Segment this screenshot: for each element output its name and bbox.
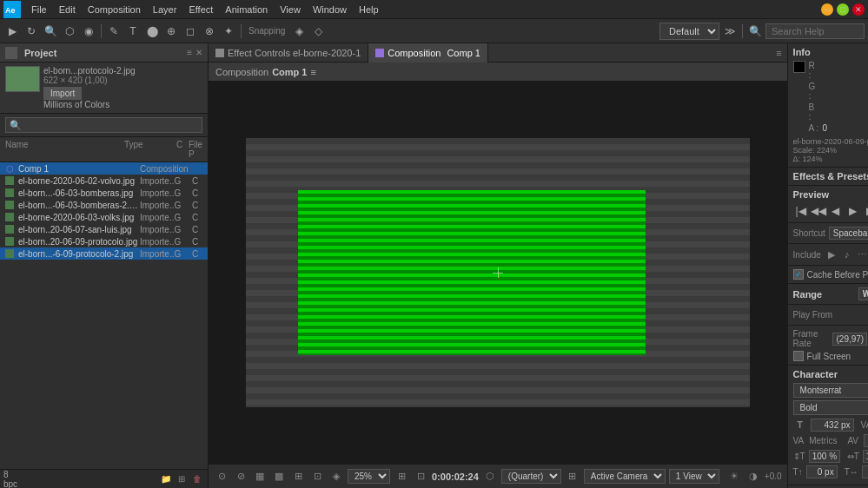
include-audio-icon[interactable]: ♪	[840, 247, 854, 261]
viewer-btn-exposure[interactable]: ☀	[726, 469, 742, 485]
file-item-c-7: C	[192, 249, 204, 259]
new-comp-btn[interactable]: ⊞	[175, 472, 189, 486]
viewer-btn-fit[interactable]: ⊞	[394, 469, 409, 485]
viewer-btn-grid[interactable]: ⊡	[309, 469, 325, 485]
comp-tab-label: Composition	[388, 48, 441, 58]
menu-edit[interactable]: Edit	[54, 3, 81, 16]
viewer-btn-draft[interactable]: ⊘	[233, 469, 248, 485]
tool-clone[interactable]: ⊕	[162, 23, 180, 40]
tool-rotate[interactable]: ↻	[23, 23, 40, 40]
prev-play-btn[interactable]: ▶	[845, 203, 861, 219]
tool-select[interactable]: ▶	[3, 23, 21, 40]
file-item-5[interactable]: el-born..20-06-07-san-luis.jpgImporte..G…	[0, 223, 208, 235]
close-button[interactable]: ✕	[852, 3, 865, 16]
fullscreen-checkbox[interactable]	[793, 351, 804, 361]
new-folder-btn[interactable]: 📁	[159, 472, 173, 486]
prev-back-btn[interactable]: ◀◀	[811, 203, 826, 219]
menu-animation[interactable]: Animation	[220, 3, 273, 16]
fullscreen-label: Full Screen	[807, 352, 851, 361]
hscale-field[interactable]	[863, 450, 868, 463]
tool-3d[interactable]: ⬡	[61, 23, 78, 40]
prev-back1-btn[interactable]: ◀	[828, 203, 844, 219]
viewer-btn-region[interactable]: ⊞	[290, 469, 306, 485]
viewer-btn-camera-reset[interactable]: ⊡	[413, 469, 428, 485]
menu-layer[interactable]: Layer	[148, 3, 182, 16]
viewer-btn-always-preview[interactable]: ⊙	[214, 469, 229, 485]
bit-depth-label[interactable]: 8 bpc	[3, 472, 17, 486]
font-size-field[interactable]	[811, 419, 854, 432]
search-input[interactable]	[772, 26, 858, 36]
project-search-input[interactable]	[5, 117, 202, 133]
effect-controls-tab[interactable]: Effect Controls el-borne-2020-1	[209, 43, 368, 63]
file-item-3[interactable]: el-born...-06-03-bomberas-2.jpgImporte..…	[0, 199, 208, 211]
viewer-btn-guide[interactable]: ▦	[252, 469, 268, 485]
file-item-name-5: el-born..20-06-07-san-luis.jpg	[18, 225, 140, 234]
range-header[interactable]: Range Work Area ▼	[793, 287, 868, 300]
cache-checkbox[interactable]: ✓	[793, 269, 804, 280]
cache-panel: ✓ Cache Before Playback	[788, 266, 868, 284]
include-overflow-icon[interactable]: ⋯	[856, 247, 868, 261]
file-item-4[interactable]: el-borne-2020-06-03-volks.jpgImporte..GC	[0, 211, 208, 223]
project-panel-menu[interactable]: ≡	[187, 48, 192, 57]
workspace-options[interactable]: ≫	[721, 23, 739, 40]
camera-select[interactable]: Active Camera	[584, 469, 666, 484]
tool-brush[interactable]: ⬤	[143, 23, 161, 40]
menu-help[interactable]: Help	[354, 3, 384, 16]
quality-select[interactable]: (Quarter)	[501, 469, 561, 484]
tool-puppet[interactable]: ✦	[220, 23, 237, 40]
prev-first-btn[interactable]: |◀	[793, 203, 809, 219]
effects-header[interactable]: Effects & Presets ≡	[793, 171, 868, 181]
composition-viewer[interactable]	[209, 82, 787, 464]
viewer-btn-toggle-full[interactable]: ⊞	[565, 469, 580, 485]
comp-menu-icon[interactable]: ≡	[310, 67, 315, 77]
composition-tab[interactable]: Composition Comp 1	[368, 43, 488, 63]
tool-eraser[interactable]: ◻	[182, 23, 199, 40]
menu-composition[interactable]: Composition	[83, 3, 146, 16]
file-item-6[interactable]: el-born..20-06-09-protocolo.jpgImporte..…	[0, 235, 208, 247]
font-style-select[interactable]: Bold	[793, 400, 868, 415]
tool-snap-btn1[interactable]: ◈	[290, 23, 308, 40]
tool-zoom[interactable]: 🔍	[42, 23, 59, 40]
menu-view[interactable]: View	[275, 3, 306, 16]
comp-tab-icon	[375, 49, 384, 57]
file-item-1[interactable]: el-borne-2020-06-02-volvo.jpgImporte..GC	[0, 175, 208, 187]
content-area	[298, 190, 646, 355]
tool-roto[interactable]: ⊗	[201, 23, 218, 40]
g-label: G :	[809, 82, 819, 101]
playfrom-label: Play From	[793, 310, 833, 320]
menu-file[interactable]: File	[26, 3, 52, 16]
zoom-select[interactable]: 25%	[348, 469, 390, 484]
vscale-field[interactable]	[809, 450, 840, 463]
viewer-btn-camera-icon[interactable]: ⬡	[482, 469, 498, 485]
effects-presets-panel: Effects & Presets ≡	[788, 168, 868, 186]
tsume-field[interactable]	[862, 465, 868, 478]
tool-text[interactable]: T	[124, 23, 142, 40]
file-item-7[interactable]: el-born...-6-09-protocolo-2.jpgImporte..…	[0, 247, 208, 260]
toolbar: ▶ ↻ 🔍 ⬡ ◉ ✎ T ⬤ ⊕ ◻ ⊗ ✦ Snapping ◈ ◇ Def…	[0, 19, 868, 43]
tool-camera[interactable]: ◉	[80, 23, 97, 40]
workspace-select[interactable]: Default	[659, 23, 719, 40]
file-item-2[interactable]: el-born...-06-03-bomberas.jpgImporte..GC	[0, 187, 208, 199]
tab-menu-btn[interactable]: ≡	[771, 48, 786, 58]
file-info-area: el-born...protocolo-2.jpg 622 × 420 (1,0…	[0, 63, 208, 114]
prev-fwd1-btn[interactable]: ▶	[863, 203, 868, 219]
menu-effect[interactable]: Effect	[183, 3, 218, 16]
import-button[interactable]: Import	[43, 87, 82, 100]
tool-pen[interactable]: ✎	[105, 23, 123, 40]
include-video-icon[interactable]: ▶	[825, 247, 838, 261]
tool-snap-btn2[interactable]: ◇	[309, 23, 327, 40]
menu-window[interactable]: Window	[308, 3, 352, 16]
view-select[interactable]: 1 View	[669, 469, 719, 484]
viewer-btn-color[interactable]: ◑	[745, 469, 761, 485]
maximize-button[interactable]: □	[837, 3, 849, 16]
tracking-field[interactable]	[864, 434, 868, 447]
viewer-btn-channel[interactable]: ◈	[328, 469, 344, 485]
minimize-button[interactable]: ─	[821, 3, 833, 16]
baseline-field[interactable]	[806, 465, 838, 478]
project-panel-close[interactable]: ✕	[195, 48, 202, 57]
file-item-0[interactable]: ⬡Comp 1Composition	[0, 162, 208, 175]
delete-btn[interactable]: 🗑	[190, 472, 204, 486]
viewer-btn-transparency[interactable]: ▩	[271, 469, 287, 485]
color-swatch[interactable]	[793, 61, 805, 73]
font-select[interactable]: Montserrat	[793, 383, 868, 398]
